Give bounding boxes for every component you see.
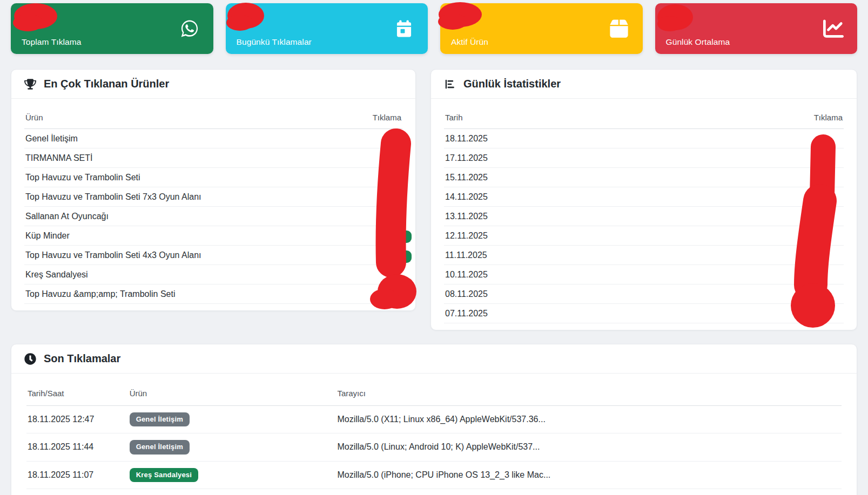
column-header-date: Tarih xyxy=(444,111,680,129)
table-row: 17.11.2025 xyxy=(444,148,844,168)
click-count-redacted xyxy=(680,284,844,304)
click-datetime: 18.11.2025 11:44 xyxy=(26,433,129,461)
table-row: 12.11.2025 xyxy=(444,226,844,246)
click-count-redacted xyxy=(680,265,844,284)
product-name: Sallanan At Oyuncağı xyxy=(24,207,346,226)
chart-line-icon xyxy=(823,18,844,39)
product-name: Top Havuzu &amp;amp; Trambolin Seti xyxy=(24,284,346,304)
product-name: Top Havuzu ve Trambolin Seti xyxy=(24,168,346,187)
click-count-redacted xyxy=(680,246,844,265)
column-header-clicks: Tıklama xyxy=(680,111,844,129)
calendar-icon xyxy=(393,18,415,39)
stat-card-label: Toplam Tıklama xyxy=(22,37,82,48)
daily-stats-panel: Günlük İstatistikler Tarih Tıklama 18.11… xyxy=(430,69,857,330)
click-count-redacted xyxy=(346,226,402,246)
top-products-title: En Çok Tıklanan Ürünler xyxy=(44,78,169,90)
click-count-redacted xyxy=(346,246,402,265)
table-row: Top Havuzu ve Trambolin Seti 7x3 Oyun Al… xyxy=(24,187,402,207)
recent-clicks-title: Son Tıklamalar xyxy=(44,352,120,365)
table-row: 07.11.2025 xyxy=(444,304,844,323)
table-row: Genel İletişim xyxy=(24,129,402,148)
browser-user-agent: Mozilla/5.0 (Linux; Android 10; K) Apple… xyxy=(336,433,842,461)
stat-date: 11.11.2025 xyxy=(444,246,680,265)
stat-date: 14.11.2025 xyxy=(444,187,680,207)
stat-date: 17.11.2025 xyxy=(444,148,680,168)
table-row: 11.11.2025 xyxy=(444,246,844,265)
click-datetime: 18.11.2025 11:07 xyxy=(26,461,129,489)
product-badge: Genel İletişim xyxy=(130,412,190,426)
stat-card-label: Aktif Ürün xyxy=(451,37,488,48)
product-name: Kreş Sandalyesi xyxy=(24,265,346,284)
stat-card-2: Bugünkü Tıklamalar xyxy=(226,3,428,54)
click-datetime: 18.11.2025 12:47 xyxy=(26,406,129,433)
daily-stats-body: Tarih Tıklama 18.11.202517.11.202515.11.… xyxy=(431,99,857,330)
daily-stats-table: Tarih Tıklama 18.11.202517.11.202515.11.… xyxy=(444,111,844,323)
dashboard-page: Toplam TıklamaBugünkü TıklamalarAktif Ür… xyxy=(0,0,868,495)
product-name: Küp Minder xyxy=(24,226,346,246)
trophy-icon xyxy=(24,78,36,90)
column-header-browser: Tarayıcı xyxy=(336,385,842,406)
table-row: 14.11.2025 xyxy=(444,187,844,207)
box-icon xyxy=(608,18,630,39)
daily-stats-header: Günlük İstatistikler xyxy=(431,70,857,99)
top-products-header: En Çok Tıklanan Ürünler xyxy=(11,70,415,99)
whatsapp-icon xyxy=(179,18,200,39)
table-row: 13.11.2025 xyxy=(444,207,844,226)
product-name: TIRMANMA SETİ xyxy=(24,148,346,168)
stat-date: 15.11.2025 xyxy=(444,168,680,187)
click-count-redacted xyxy=(346,129,402,148)
click-count-redacted xyxy=(680,226,844,246)
table-row: 18.11.2025 11:44Genel İletişimMozilla/5.… xyxy=(26,433,842,461)
panels-row: En Çok Tıklanan Ürünler Ürün Tıklama Gen… xyxy=(11,69,857,330)
product-name: Genel İletişim xyxy=(24,129,346,148)
stat-date: 13.11.2025 xyxy=(444,207,680,226)
recent-clicks-panel: Son Tıklamalar Tarih/Saat Ürün Tarayıcı … xyxy=(11,344,857,495)
product-name: Top Havuzu ve Trambolin Seti 7x3 Oyun Al… xyxy=(24,187,346,207)
click-count-redacted xyxy=(346,207,402,226)
table-row: 18.11.2025 xyxy=(444,129,844,148)
product-badge: Genel İletişim xyxy=(130,440,190,454)
product-name: Top Havuzu ve Trambolin Seti 4x3 Oyun Al… xyxy=(24,246,346,265)
bar-chart-icon xyxy=(444,78,456,90)
click-count-redacted xyxy=(680,207,844,226)
table-row: Küp Minder xyxy=(24,226,402,246)
clock-icon xyxy=(24,353,36,365)
stat-date: 07.11.2025 xyxy=(444,304,680,323)
table-row: 15.11.2025 xyxy=(444,168,844,187)
click-count-redacted xyxy=(346,187,402,207)
table-row: 18.11.2025 11:07Kreş SandalyesiMozilla/5… xyxy=(26,461,842,489)
click-count-redacted xyxy=(680,148,844,168)
column-header-product: Ürün xyxy=(24,111,346,129)
product-badge: Kreş Sandalyesi xyxy=(130,468,198,482)
click-count-redacted xyxy=(346,168,402,187)
click-count-redacted xyxy=(680,187,844,207)
stat-card-3: Aktif Ürün xyxy=(440,3,643,54)
table-row: Top Havuzu ve Trambolin Seti xyxy=(24,168,402,187)
recent-clicks-header: Son Tıklamalar xyxy=(11,344,857,374)
table-row: 08.11.2025 xyxy=(444,284,844,304)
column-header-product: Ürün xyxy=(129,385,337,406)
table-row: Sallanan At Oyuncağı xyxy=(24,207,402,226)
column-header-datetime: Tarih/Saat xyxy=(26,385,129,406)
top-products-panel: En Çok Tıklanan Ürünler Ürün Tıklama Gen… xyxy=(11,69,416,311)
click-count-redacted xyxy=(680,304,844,323)
click-count-redacted xyxy=(680,129,844,148)
column-header-clicks: Tıklama xyxy=(346,111,402,129)
table-row: TIRMANMA SETİ xyxy=(24,148,402,168)
table-row: Top Havuzu &amp;amp; Trambolin Seti xyxy=(24,284,402,304)
table-row: 18.11.2025 12:47Genel İletişimMozilla/5.… xyxy=(26,406,842,433)
browser-user-agent: Mozilla/5.0 (iPhone; CPU iPhone OS 13_2_… xyxy=(336,461,842,489)
stat-card-label: Bugünkü Tıklamalar xyxy=(237,37,312,48)
stat-date: 18.11.2025 xyxy=(444,129,680,148)
top-products-body: Ürün Tıklama Genel İletişimTIRMANMA SETİ… xyxy=(11,99,415,310)
daily-stats-title: Günlük İstatistikler xyxy=(463,78,561,90)
stat-card-label: Günlük Ortalama xyxy=(666,37,730,48)
stat-date: 12.11.2025 xyxy=(444,226,680,246)
stat-card-4: Günlük Ortalama xyxy=(655,3,858,54)
click-count-redacted xyxy=(680,168,844,187)
stat-date: 08.11.2025 xyxy=(444,284,680,304)
browser-user-agent: Mozilla/5.0 (X11; Linux x86_64) AppleWeb… xyxy=(336,406,842,433)
stat-cards-row: Toplam TıklamaBugünkü TıklamalarAktif Ür… xyxy=(11,3,857,54)
click-count-redacted xyxy=(346,265,402,284)
stat-card-1: Toplam Tıklama xyxy=(11,3,213,54)
